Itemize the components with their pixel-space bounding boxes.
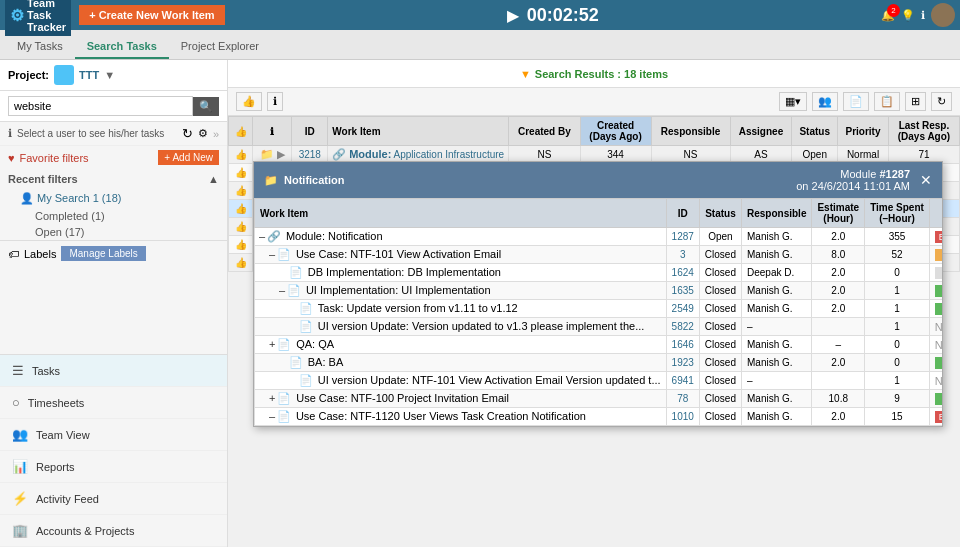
popup-table-row[interactable]: +📄 Use Case: NTF-100 Project Invitation …: [255, 390, 943, 408]
completion-bar-wrap: 39%: [935, 249, 942, 261]
person-icon: 👤: [20, 192, 34, 204]
popup-cell-completion: N/A: [929, 336, 942, 354]
search-input[interactable]: [8, 96, 193, 116]
popup-table-row[interactable]: 📄 UI version Update: NTF-101 View Activa…: [255, 372, 943, 390]
toolbar-info-button[interactable]: ℹ: [267, 92, 283, 111]
add-favorite-button[interactable]: + Add New: [158, 150, 219, 165]
popup-close-button[interactable]: ✕: [920, 172, 932, 188]
open-item[interactable]: Open (17): [0, 224, 227, 240]
popup-cell-estimate: –: [812, 336, 865, 354]
accounts-icon: 🏢: [12, 523, 28, 538]
expand-icon[interactable]: +: [269, 392, 275, 404]
task-icon: 📄: [277, 392, 291, 404]
completion-bar: [935, 357, 942, 369]
user-row: ℹ Select a user to see his/her tasks ↻ ⚙…: [0, 122, 227, 146]
nav-item-activity-feed[interactable]: ⚡ Activity Feed: [0, 483, 227, 515]
content-area: ▼ Search Results : 18 items 👍 ℹ ▦▾ 👥 📄 📋…: [228, 60, 960, 547]
col-last-resp: Last Resp.(Days Ago): [888, 117, 959, 146]
popup-cell-time-spent: 1: [865, 372, 930, 390]
popup-cell-id[interactable]: 1287: [666, 228, 699, 246]
popup-cell-work-item: 📄 Task: Update version from v1.11 to v1.…: [255, 300, 667, 318]
toolbar-like-button[interactable]: 👍: [236, 92, 262, 111]
popup-cell-time-spent: 1: [865, 282, 930, 300]
toolbar-view-button[interactable]: ▦▾: [779, 92, 807, 111]
popup-table-row[interactable]: 📄 BA: BA 1923 Closed Manish G. 2.0 0 75%: [255, 354, 943, 372]
project-dropdown-icon[interactable]: ▼: [104, 69, 115, 81]
module-icon: 🔗: [267, 230, 281, 242]
popup-cell-responsible: Manish G.: [741, 300, 811, 318]
my-search-item[interactable]: 👤 My Search 1 (18): [0, 189, 227, 208]
popup-cell-work-item: 📄 BA: BA: [255, 354, 667, 372]
refresh-button[interactable]: ↻: [182, 126, 193, 141]
completed-item[interactable]: Completed (1): [0, 208, 227, 224]
col-id[interactable]: ID: [292, 117, 328, 146]
search-button[interactable]: 🔍: [193, 97, 219, 116]
popup-table-row[interactable]: –🔗 Module: Notification 1287 Open Manish…: [255, 228, 943, 246]
popup-cell-id[interactable]: 1923: [666, 354, 699, 372]
nav-item-team-view[interactable]: 👥 Team View: [0, 419, 227, 451]
tab-search-tasks[interactable]: Search Tasks: [75, 35, 169, 59]
popup-table-row[interactable]: 📄 UI version Update: Version updated to …: [255, 318, 943, 336]
popup-cell-id[interactable]: 6941: [666, 372, 699, 390]
toolbar-export-button[interactable]: 👥: [812, 92, 838, 111]
popup-cell-status: Closed: [699, 264, 741, 282]
app-header: ⚙ Team Task Tracker + Create New Work It…: [0, 0, 960, 30]
popup-col-work-item: Work Item: [255, 199, 667, 228]
popup-cell-id[interactable]: 1010: [666, 408, 699, 426]
collapse-icon[interactable]: ▲: [208, 173, 219, 185]
create-work-item-button[interactable]: + Create New Work Item: [79, 5, 224, 25]
nav-item-accounts-projects[interactable]: 🏢 Accounts & Projects: [0, 515, 227, 547]
popup-cell-id[interactable]: 5822: [666, 318, 699, 336]
collapse-icon[interactable]: –: [259, 230, 265, 242]
popup-table-row[interactable]: –📄 UI Implementation: UI Implementation …: [255, 282, 943, 300]
popup-header: 📁 Notification Module #1287 on 24/6/2014…: [254, 162, 942, 198]
collapse-icon[interactable]: –: [269, 410, 275, 422]
popup-cell-completion: 75%: [929, 354, 942, 372]
col-days-ago[interactable]: Created(Days Ago): [580, 117, 651, 146]
task-icon: 📄: [299, 320, 313, 332]
project-icon: [54, 65, 74, 85]
popup-table-row[interactable]: –📄 Use Case: NTF-1120 User Views Task Cr…: [255, 408, 943, 426]
timer-area: ▶ 00:02:52: [233, 5, 873, 26]
nav-item-tasks[interactable]: ☰ Tasks: [0, 355, 227, 387]
popup-cell-responsible: –: [741, 372, 811, 390]
chevron-down-icon: »: [213, 128, 219, 140]
popup-title: 📁 Notification: [264, 174, 345, 187]
nav-item-timesheets[interactable]: ○ Timesheets: [0, 387, 227, 419]
user-avatar[interactable]: [931, 3, 955, 27]
popup-cell-id[interactable]: 1646: [666, 336, 699, 354]
popup-cell-id[interactable]: 3: [666, 246, 699, 264]
task-icon: 📄: [299, 302, 313, 314]
na-text: N/A: [935, 321, 942, 333]
filter-icon-btn[interactable]: ⚙: [198, 127, 208, 140]
expand-icon[interactable]: +: [269, 338, 275, 350]
tab-project-explorer[interactable]: Project Explorer: [169, 35, 271, 59]
popup-table-row[interactable]: 📄 DB Implementation: DB Implementation 1…: [255, 264, 943, 282]
toolbar-grid-button[interactable]: ⊞: [905, 92, 926, 111]
tab-my-tasks[interactable]: My Tasks: [5, 35, 75, 59]
popup-table-row[interactable]: 📄 Task: Update version from v1.11 to v1.…: [255, 300, 943, 318]
collapse-icon[interactable]: –: [269, 248, 275, 260]
nav-timesheets-label: Timesheets: [28, 397, 84, 409]
popup-col-status: Status: [699, 199, 741, 228]
popup-cell-responsible: Manish G.: [741, 282, 811, 300]
popup-cell-id[interactable]: 78: [666, 390, 699, 408]
popup-col-time-spent: Time Spent(–Hour): [865, 199, 930, 228]
recent-filters-header: Recent filters ▲: [0, 169, 227, 189]
manage-labels-button[interactable]: Manage Labels: [61, 246, 145, 261]
task-icon: 📄: [287, 284, 301, 296]
toolbar-table-button[interactable]: 📋: [874, 92, 900, 111]
notification-badge-wrap[interactable]: 🔔 2: [881, 9, 895, 22]
popup-table-row[interactable]: +📄 QA: QA 1646 Closed Manish G. – 0 N/A: [255, 336, 943, 354]
toolbar-print-button[interactable]: 📄: [843, 92, 869, 111]
popup-cell-id[interactable]: 2549: [666, 300, 699, 318]
toolbar-refresh-button[interactable]: ↻: [931, 92, 952, 111]
nav-item-reports[interactable]: 📊 Reports: [0, 451, 227, 483]
popup-cell-id[interactable]: 1624: [666, 264, 699, 282]
popup-table-row[interactable]: –📄 Use Case: NTF-101 View Activation Ema…: [255, 246, 943, 264]
popup-cell-id[interactable]: 1635: [666, 282, 699, 300]
collapse-icon[interactable]: –: [279, 284, 285, 296]
task-icon: 📄: [299, 374, 313, 386]
popup-title-text: Notification: [284, 174, 345, 186]
labels-section: 🏷 Labels Manage Labels: [0, 240, 227, 266]
